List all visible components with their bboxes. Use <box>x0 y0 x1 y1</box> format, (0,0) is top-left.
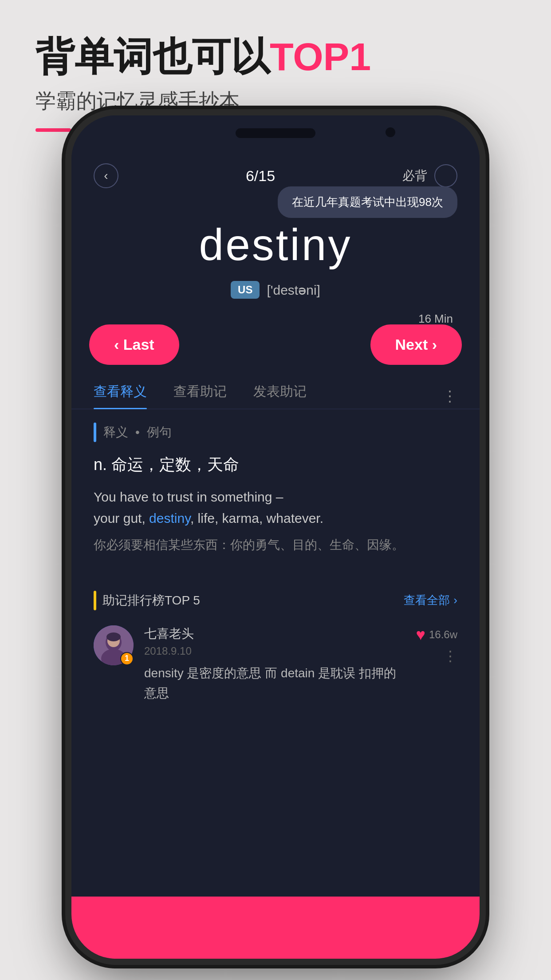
title-text: 背单词也可以 <box>35 35 270 79</box>
phone-speaker <box>236 128 315 138</box>
mnemonic-bar-yellow <box>94 591 96 610</box>
mnemonic-title: 助记排行榜TOP 5 <box>102 592 200 609</box>
tab-post-mnemonic[interactable]: 发表助记 <box>253 383 307 409</box>
last-button[interactable]: ‹ Last <box>89 324 179 365</box>
top-subtitle: 学霸的记忆灵感手抄本 <box>35 87 516 115</box>
next-button[interactable]: Next › <box>370 324 462 365</box>
definition-text: n. 命运，定数，天命 <box>94 453 457 477</box>
like-count: 16.6w <box>429 628 457 641</box>
phone-screen: ‹ 6/15 必背 在近几年真题考试中出现98次 destiny US ['de… <box>71 151 480 959</box>
must-memorize-label: 必背 <box>402 167 427 184</box>
user-content: density 是密度的意思 而 detain 是耽误 扣押的意思 <box>144 664 405 703</box>
section-title: 释义 <box>103 424 128 441</box>
example-english: You have to trust in something –your gut… <box>94 486 457 529</box>
pronunciation-badge: US <box>231 281 260 299</box>
user-date: 2018.9.10 <box>144 645 405 657</box>
mnemonic-section: 助记排行榜TOP 5 查看全部 › <box>71 582 480 717</box>
pronunciation: US ['destəni] <box>89 281 462 299</box>
phone-camera <box>386 127 395 137</box>
section-dot: • <box>135 425 140 439</box>
pronunciation-text: ['destəni] <box>267 282 320 298</box>
user-info: 七喜老头 2018.9.10 density 是密度的意思 而 detain 是… <box>144 625 405 703</box>
tab-mnemonic[interactable]: 查看助记 <box>173 383 227 409</box>
word-highlight: destiny <box>149 511 190 526</box>
svg-point-4 <box>106 632 121 641</box>
tab-definition[interactable]: 查看释义 <box>94 383 147 409</box>
section-label: 释义 • 例句 <box>94 423 457 442</box>
phone-frame: ‹ 6/15 必背 在近几年真题考试中出现98次 destiny US ['de… <box>71 115 480 959</box>
section-bar-blue <box>94 423 96 442</box>
like-section[interactable]: ♥ 16.6w <box>416 625 457 644</box>
word-navigation: 16 Min ‹ Last Next › <box>71 312 480 374</box>
progress-indicator: 6/15 <box>246 167 275 185</box>
chevron-right-icon: › <box>453 593 457 607</box>
mnemonic-header: 助记排行榜TOP 5 查看全部 › <box>94 591 457 610</box>
more-options-icon[interactable]: ⋮ <box>443 648 457 664</box>
rank-badge: 1 <box>120 652 134 665</box>
must-memorize-toggle[interactable] <box>434 164 457 187</box>
card-actions: ♥ 16.6w ⋮ <box>416 625 457 664</box>
top-title: 背单词也可以TOP1 <box>35 36 516 79</box>
title-highlight: TOP1 <box>270 35 371 79</box>
user-name: 七喜老头 <box>144 625 405 642</box>
phone-wrapper: ‹ 6/15 必背 在近几年真题考试中出现98次 destiny US ['de… <box>71 115 480 959</box>
mnemonic-card: 1 七喜老头 2018.9.10 density 是密度的意思 而 detain… <box>94 621 457 708</box>
top-underline <box>35 128 71 132</box>
section-sub: 例句 <box>147 424 172 441</box>
bottom-bar <box>71 897 480 959</box>
tabs-more-button[interactable]: ⋮ <box>442 387 457 405</box>
nav-right: 必背 <box>402 164 457 187</box>
time-label: 16 Min <box>418 312 453 326</box>
tabs-row: 查看释义 查看助记 发表助记 ⋮ <box>71 374 480 409</box>
definition-section: 释义 • 例句 n. 命运，定数，天命 You have to trust in… <box>71 409 480 582</box>
view-all-button[interactable]: 查看全部 › <box>404 593 457 608</box>
back-button[interactable]: ‹ <box>94 163 118 188</box>
mnemonic-title-wrap: 助记排行榜TOP 5 <box>94 591 200 610</box>
heart-icon: ♥ <box>416 625 425 644</box>
frequency-tooltip: 在近几年真题考试中出现98次 <box>278 186 457 218</box>
example-chinese: 你必须要相信某些东西：你的勇气、目的、生命、因缘。 <box>94 535 457 555</box>
phone-top-bar <box>71 115 480 151</box>
main-word: destiny <box>89 219 462 270</box>
avatar-wrap: 1 <box>94 625 134 665</box>
